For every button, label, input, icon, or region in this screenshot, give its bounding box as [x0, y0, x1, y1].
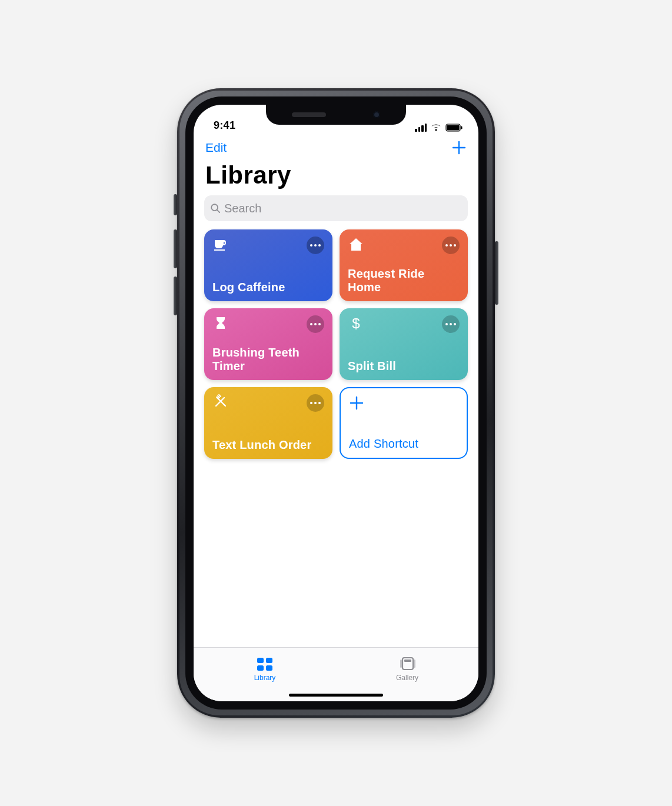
volume-down-button	[174, 277, 177, 315]
phone-frame: 9:41 Edit Library	[177, 88, 495, 718]
notch	[266, 105, 406, 125]
svg-point-6	[314, 244, 317, 247]
svg-point-12	[314, 323, 317, 325]
earpiece-speaker	[292, 112, 326, 117]
svg-rect-21	[257, 658, 264, 663]
tab-label: Gallery	[396, 674, 418, 682]
shortcuts-grid: Log Caffeine Request Ride Home	[194, 229, 478, 647]
ellipsis-icon	[445, 244, 456, 247]
add-button[interactable]	[451, 140, 467, 155]
tile-more-button[interactable]	[307, 237, 324, 254]
ellipsis-icon	[445, 323, 456, 325]
mute-switch	[174, 194, 177, 215]
page-title: Library	[194, 160, 478, 195]
status-time: 9:41	[214, 119, 235, 132]
cup-icon	[212, 237, 229, 253]
svg-point-5	[310, 244, 312, 247]
library-grid-icon	[256, 657, 274, 672]
svg-point-15	[445, 323, 448, 325]
search-icon	[210, 203, 221, 214]
plus-icon	[451, 140, 467, 155]
shortcut-request-ride-home[interactable]: Request Ride Home	[340, 229, 468, 301]
svg-point-19	[314, 402, 317, 404]
front-camera	[373, 111, 380, 118]
side-button	[495, 241, 498, 305]
tab-gallery[interactable]: Gallery	[336, 648, 478, 691]
shortcut-brushing-teeth-timer[interactable]: Brushing Teeth Timer	[204, 308, 332, 380]
tab-library[interactable]: Library	[194, 648, 336, 691]
home-indicator[interactable]	[289, 694, 383, 697]
tile-label: Request Ride Home	[348, 267, 460, 294]
svg-rect-24	[266, 665, 272, 671]
search-placeholder: Search	[224, 202, 261, 215]
svg-point-18	[310, 402, 312, 404]
volume-up-button	[174, 229, 177, 268]
ellipsis-icon	[310, 402, 321, 404]
svg-line-4	[217, 210, 219, 212]
tile-label: Add Shortcut	[349, 437, 458, 451]
ellipsis-icon	[310, 244, 321, 247]
svg-text:$: $	[352, 315, 360, 331]
svg-rect-27	[414, 660, 415, 668]
tile-label: Log Caffeine	[212, 281, 324, 294]
wifi-icon	[430, 124, 442, 132]
svg-rect-26	[400, 660, 402, 668]
add-shortcut-tile[interactable]: Add Shortcut	[340, 387, 468, 459]
svg-rect-23	[257, 665, 264, 671]
svg-point-17	[454, 323, 456, 325]
svg-point-11	[310, 323, 312, 325]
svg-rect-1	[447, 125, 460, 131]
tile-more-button[interactable]	[307, 315, 324, 333]
tile-more-button[interactable]	[442, 237, 460, 254]
svg-point-7	[318, 244, 321, 247]
cellular-signal-icon	[415, 124, 427, 132]
svg-rect-22	[266, 658, 272, 663]
search-input[interactable]: Search	[204, 195, 468, 221]
screen: 9:41 Edit Library	[194, 105, 478, 701]
tile-label: Split Bill	[348, 359, 460, 373]
svg-point-13	[318, 323, 321, 325]
hourglass-icon	[212, 315, 229, 332]
tile-label: Brushing Teeth Timer	[212, 346, 324, 373]
utensils-icon	[212, 394, 229, 411]
svg-point-20	[318, 402, 321, 404]
svg-point-8	[445, 244, 448, 247]
svg-rect-28	[404, 660, 411, 662]
shortcut-log-caffeine[interactable]: Log Caffeine	[204, 229, 332, 301]
svg-point-3	[211, 204, 218, 211]
svg-rect-2	[461, 126, 463, 129]
dollar-icon: $	[348, 315, 364, 332]
tile-more-button[interactable]	[442, 315, 460, 333]
edit-button[interactable]: Edit	[205, 141, 227, 155]
battery-icon	[445, 124, 463, 132]
home-icon	[348, 237, 364, 253]
svg-point-16	[450, 323, 452, 325]
tab-label: Library	[254, 674, 276, 682]
shortcut-split-bill[interactable]: $ Split Bill	[340, 308, 468, 380]
shortcut-text-lunch-order[interactable]: Text Lunch Order	[204, 387, 332, 459]
gallery-cards-icon	[398, 657, 416, 672]
ellipsis-icon	[310, 323, 321, 325]
svg-point-10	[454, 244, 456, 247]
tile-label: Text Lunch Order	[212, 438, 324, 452]
tile-more-button[interactable]	[307, 394, 324, 412]
plus-icon	[349, 395, 364, 412]
svg-point-9	[450, 244, 452, 247]
navigation-bar: Edit	[194, 134, 478, 160]
